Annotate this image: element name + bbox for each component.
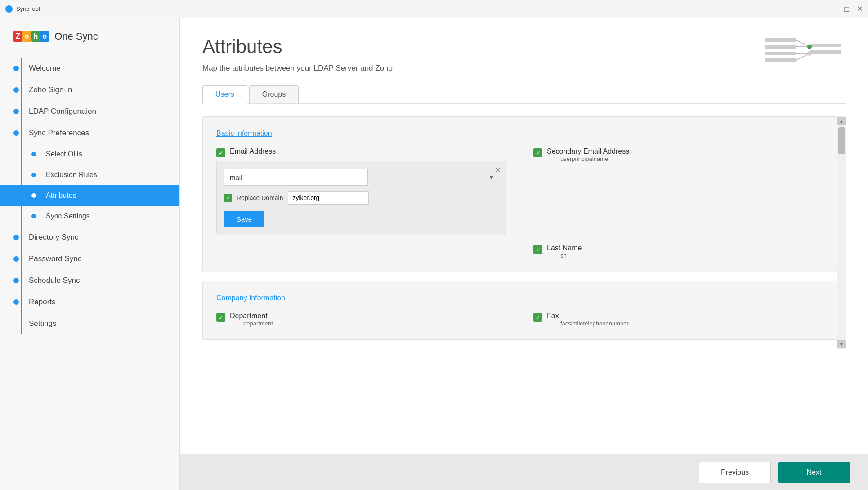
scroll-content: Basic Information Email Address ✕ [202,116,837,349]
scrollbar-down-button[interactable]: ▼ [837,340,846,348]
nav-label-schedule-sync: Schedule Sync [29,276,80,285]
sidebar-item-select-ous[interactable]: Select OUs [0,144,179,165]
sidebar-item-schedule-sync[interactable]: Schedule Sync [0,270,179,291]
attr-item-secondary-email: Secondary Email Address userprincipalnam… [533,147,823,235]
logo-o1: o [22,31,31,42]
nav-timeline-wrapper: Welcome Zoho Sign-in LDAP Configuration … [0,58,179,334]
title-bar-title: SyncTool [16,5,40,12]
sidebar-nav: Welcome Zoho Sign-in LDAP Configuration … [0,53,179,490]
header-illustration [765,31,846,72]
nav-label-zoho-signin: Zoho Sign-in [29,85,72,94]
attr-value-department: department [243,320,273,327]
attr-header-last-name: Last Name sn [533,244,823,259]
sidebar-item-sync-prefs[interactable]: Sync Preferences [0,122,179,144]
attr-value-fax: facsimiletelephonenumber [560,320,629,327]
attr-label-secondary-email: Secondary Email Address [547,147,629,155]
nav-dot-select-ous [31,152,36,156]
tab-users[interactable]: Users [202,85,247,104]
maximize-button[interactable]: ◻ [844,5,850,13]
sidebar-item-zoho-signin[interactable]: Zoho Sign-in [0,79,179,101]
checkbox-fax[interactable] [533,313,542,322]
nav-dot-exclusion-rules [31,173,36,177]
svg-rect-8 [810,44,841,47]
attr-label-department: Department [230,312,268,320]
email-card: ✕ mail cn sAMAccountName displayName giv… [216,161,506,235]
svg-line-7 [796,53,810,60]
svg-point-10 [807,45,812,49]
title-bar-controls: − ◻ ✕ [832,5,863,13]
tab-groups[interactable]: Groups [249,85,299,103]
tabs: Users Groups [202,85,846,104]
sidebar-item-password-sync[interactable]: Password Sync [0,248,179,270]
sidebar-item-reports[interactable]: Reports [0,291,179,313]
replace-domain-label: Replace Domain [237,194,283,201]
next-button[interactable]: Next [778,462,850,483]
section-title-company[interactable]: Company Information [216,294,823,302]
attr-header-fax: Fax facsimiletelephonenumber [533,312,823,327]
attributes-grid-basic: Email Address ✕ mail cn s [216,147,823,259]
select-wrapper-mail: mail cn sAMAccountName displayName given… [224,169,499,186]
email-select[interactable]: mail cn sAMAccountName displayName given… [224,169,368,186]
title-bar: SyncTool − ◻ ✕ [0,0,868,18]
checkbox-email[interactable] [216,148,225,157]
domain-input[interactable] [288,191,369,205]
zoho-logo-box: Z o h o [13,31,49,42]
save-button[interactable]: Save [224,211,264,227]
svg-rect-3 [765,58,796,62]
sidebar-app-name: One Sync [54,31,98,42]
nav-dot-sync-prefs [13,130,19,136]
scrollbar-thumb[interactable] [838,127,845,154]
sidebar-item-directory-sync[interactable]: Directory Sync [0,227,179,248]
previous-button[interactable]: Previous [699,462,771,483]
logo-h: h [31,31,40,42]
nav-label-exclusion-rules: Exclusion Rules [46,171,97,179]
attr-label-email: Email Address [230,147,276,156]
attr-label-last-name: Last Name [547,244,582,252]
section-title-basic[interactable]: Basic Information [216,129,823,138]
scrollbar-thumb-area [837,125,846,340]
page-title: Attributes [202,36,846,58]
nav-label-directory-sync: Directory Sync [29,233,79,242]
attr-label-fax: Fax [547,312,559,320]
nav-dot-zoho-signin [13,87,19,93]
nav-dot-reports [13,299,19,305]
nav-dot-ldap-config [13,109,19,114]
nav-dot-password-sync [13,256,19,262]
sidebar-item-sync-settings[interactable]: Sync Settings [0,206,179,227]
checkbox-replace-domain[interactable] [224,194,232,202]
checkbox-department[interactable] [216,313,225,322]
attributes-grid-company: Department department F [216,312,823,327]
scrollbar-track[interactable]: ▲ ▼ [837,116,846,349]
checkbox-secondary-email[interactable] [533,148,542,157]
section-basic-info: Basic Information Email Address ✕ [202,116,837,272]
nav-label-password-sync: Password Sync [29,254,81,263]
attr-item-last-name: Last Name sn [533,244,823,259]
sidebar-item-settings[interactable]: Settings [0,313,179,334]
replace-domain-row: Replace Domain [224,191,499,205]
nav-dot-sync-settings [31,214,36,218]
svg-line-4 [796,40,810,47]
scrollbar-up-button[interactable]: ▲ [837,117,846,125]
main-content: Attributes Map the attributes between yo… [180,18,868,490]
attr-spacer [216,244,506,259]
nav-label-sync-settings: Sync Settings [46,212,90,220]
nav-label-select-ous: Select OUs [46,150,82,158]
attr-value-last-name: sn [560,252,582,259]
sidebar-item-exclusion-rules[interactable]: Exclusion Rules [0,165,179,185]
sidebar-item-attributes[interactable]: Attributes [0,185,179,206]
attr-header-email: Email Address [216,147,506,157]
content-scroll-area: Basic Information Email Address ✕ [202,116,846,349]
nav-label-welcome: Welcome [29,64,61,73]
minimize-button[interactable]: − [832,5,837,13]
svg-rect-1 [765,45,796,49]
footer: Previous Next [180,454,868,490]
nav-dot-schedule-sync [13,278,19,283]
attributes-illustration [765,31,846,72]
attr-header-secondary-email: Secondary Email Address userprincipalnam… [533,147,823,162]
select-arrow-icon: ▼ [488,174,494,181]
sidebar-item-welcome[interactable]: Welcome [0,58,179,79]
main-inner: Attributes Map the attributes between yo… [180,18,868,454]
close-button[interactable]: ✕ [857,5,863,13]
checkbox-last-name[interactable] [533,245,542,254]
sidebar-item-ldap-config[interactable]: LDAP Configuration [0,101,179,122]
